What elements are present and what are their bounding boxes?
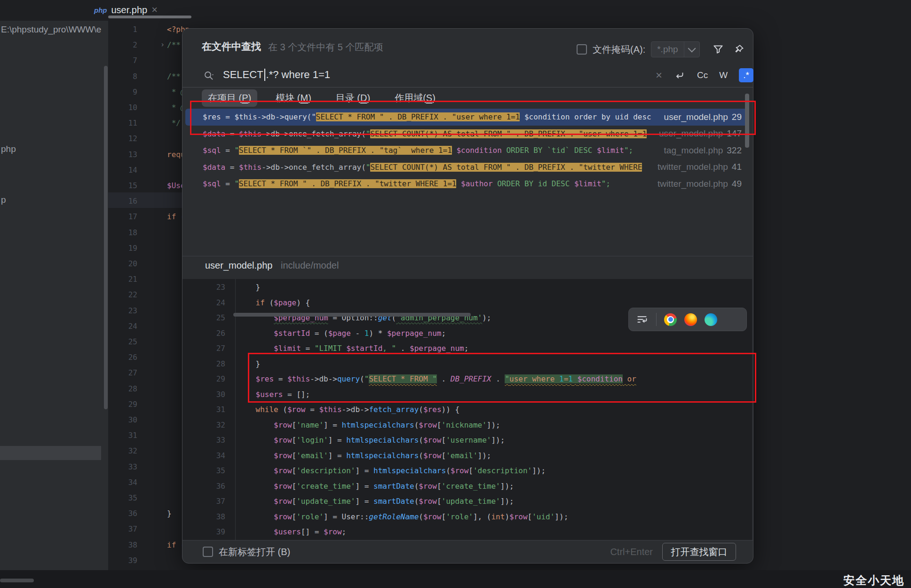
- code-segment: $row: [274, 436, 292, 445]
- project-panel: E:\phpstudy_pro\WWW\e phpp: [0, 21, 108, 570]
- code-segment: $row: [274, 497, 292, 506]
- code-segment: $row: [419, 421, 437, 429]
- code-segment: [: [292, 512, 297, 521]
- code-segment: (: [419, 451, 423, 460]
- file-mask-checkbox[interactable]: [577, 44, 587, 55]
- code-segment: ": [234, 146, 239, 155]
- preview-line-number: 24: [182, 295, 225, 311]
- project-selected-row[interactable]: [0, 446, 101, 460]
- search-query[interactable]: SELECT .*? where 1=1: [223, 69, 330, 81]
- file-mask-label: 文件掩码(A):: [593, 43, 645, 56]
- code-segment: $this: [319, 405, 341, 414]
- project-path: E:\phpstudy_pro\WWW\e: [1, 24, 101, 35]
- code-segment: ]);: [500, 497, 514, 506]
- code-segment: 'uid': [532, 512, 555, 521]
- file-mask-dropdown[interactable]: *.php: [651, 41, 699, 57]
- code-segment: [: [437, 421, 442, 429]
- file-mask-value: *.php: [651, 44, 683, 55]
- open-in-new-tab-checkbox[interactable]: [203, 547, 213, 557]
- code-segment: [: [292, 482, 297, 491]
- editor-line-number: 11: [109, 115, 137, 131]
- preview-code-line[interactable]: 36 $row['create_time'] = smartDate($row[…: [182, 479, 752, 494]
- code-segment: $row: [274, 421, 292, 429]
- code-segment: ;: [442, 329, 446, 338]
- code-segment: [238, 482, 274, 491]
- chrome-icon[interactable]: [664, 313, 677, 326]
- code-segment: $limit: [274, 344, 301, 353]
- project-item-fragment: php: [1, 144, 16, 154]
- result-row[interactable]: $data = $this->db->once_fetch_array("SEL…: [185, 159, 749, 176]
- editor-line-number: 23: [109, 303, 137, 318]
- search-field[interactable]: SELECT .*? where 1=1 × Cc W .*: [182, 64, 753, 87]
- preview-line-number: 38: [182, 509, 225, 525]
- code-segment: SELECT COUNT(*) AS total FROM " . DB_PRE…: [370, 163, 642, 172]
- close-tab-icon[interactable]: ×: [151, 5, 158, 15]
- preview-code-line[interactable]: 34 $row['email'] = htmlspecialchars($row…: [182, 448, 752, 464]
- preview-code-line[interactable]: 32 $row['name'] = htmlspecialchars($row[…: [182, 418, 752, 433]
- search-icon[interactable]: [203, 70, 214, 81]
- preview-code-line[interactable]: 23 }: [182, 280, 752, 295]
- preview-line-number: 30: [182, 387, 225, 403]
- code-segment: $row: [419, 482, 437, 491]
- editor-line-number: 14: [109, 162, 137, 178]
- code-segment: [: [528, 512, 532, 521]
- bottom-left-scrollbar[interactable]: [0, 579, 34, 582]
- firefox-icon[interactable]: [684, 313, 697, 326]
- filter-icon[interactable]: [712, 43, 724, 56]
- preview-code-line[interactable]: 33 $row['login'] = htmlspecialchars($row…: [182, 433, 752, 448]
- newline-icon[interactable]: [673, 69, 686, 81]
- editor-line-number: 8: [109, 69, 137, 84]
- shortcut-hint: Ctrl+Enter: [610, 547, 653, 557]
- code-segment: htmlspecialchars: [373, 466, 446, 475]
- code-segment: $row: [423, 436, 442, 445]
- code-segment: SELECT * FROM " . DB_PREFIX . "twitter W…: [239, 179, 456, 188]
- code-segment: $row: [274, 451, 292, 460]
- match-case-toggle[interactable]: Cc: [697, 70, 708, 80]
- result-row[interactable]: $sql = "SELECT * FROM " . DB_PREFIX . "t…: [185, 175, 749, 192]
- words-toggle[interactable]: W: [719, 70, 728, 80]
- code-segment: = (: [310, 329, 328, 338]
- preview-code-line[interactable]: 39 $users[] = $row;: [182, 524, 752, 540]
- project-panel-scrollbar[interactable]: [104, 66, 108, 409]
- result-line-number: 322: [727, 145, 742, 156]
- code-segment: $row: [274, 466, 292, 475]
- code-segment: [: [442, 436, 446, 445]
- fold-chevron-icon[interactable]: ›: [160, 40, 165, 49]
- open-find-window-button[interactable]: 打开查找窗口: [662, 543, 736, 561]
- code-segment: [238, 298, 256, 307]
- editor-line-number: 18: [109, 225, 137, 240]
- code-segment: [238, 405, 256, 414]
- code-segment: $limit: [597, 146, 624, 155]
- clear-search-icon[interactable]: ×: [656, 69, 662, 82]
- preview-line-number: 27: [182, 341, 225, 357]
- code-segment: [238, 466, 274, 475]
- pin-icon[interactable]: [733, 43, 745, 56]
- annotation-box-preview: [248, 353, 756, 403]
- annotation-box-result: [190, 101, 756, 135]
- editor-code-fragment: */: [167, 115, 181, 131]
- preview-code-line[interactable]: 35 $row['description'] = htmlspecialchar…: [182, 463, 752, 479]
- editor-line-number: 33: [109, 459, 137, 475]
- preview-line-number: 37: [182, 494, 225, 509]
- result-line-number: 49: [732, 179, 742, 189]
- regex-toggle[interactable]: .*: [739, 68, 753, 82]
- preview-code-line[interactable]: 31 while ($row = $this->db->fetch_array(…: [182, 402, 752, 418]
- soft-wrap-icon[interactable]: [635, 313, 649, 326]
- edge-icon[interactable]: [705, 313, 717, 326]
- result-row[interactable]: $sql = "SELECT * FROM `" . DB_PREFIX . "…: [185, 142, 749, 159]
- editor-line-number: 38: [109, 537, 137, 553]
- preview-divider: [182, 256, 753, 256]
- preview-code-line[interactable]: 37 $row['update_time'] = smartDate($row[…: [182, 494, 752, 509]
- code-segment: 'description': [473, 466, 532, 475]
- code-segment: [: [292, 466, 297, 475]
- code-segment: /**: [167, 40, 181, 49]
- code-segment: ": [234, 179, 239, 188]
- preview-horizontal-scrollbar[interactable]: [233, 313, 471, 317]
- editor-line-number: 31: [109, 428, 137, 443]
- preview-code-line[interactable]: 38 $row['role'] = User::getRoleName($row…: [182, 509, 752, 525]
- code-segment: 'update_time': [296, 497, 355, 506]
- code-segment: (: [269, 298, 274, 307]
- tabbar-scrollbar[interactable]: [108, 16, 191, 18]
- code-segment: [456, 179, 461, 188]
- code-segment: ]);: [491, 436, 505, 445]
